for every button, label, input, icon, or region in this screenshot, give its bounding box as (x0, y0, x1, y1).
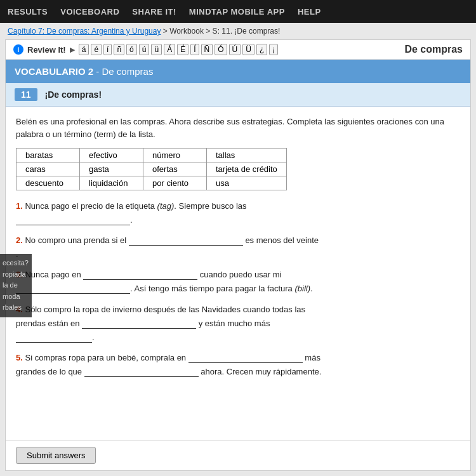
exercise-body: Belén es una profesional en las compras.… (6, 107, 470, 440)
sidebar-item-3: la de moda (3, 280, 29, 302)
main-wrapper: Capítulo 7: De compras: Argentina y Urug… (0, 23, 476, 476)
word-cell: por ciento (143, 176, 207, 190)
question-2: 2. No compro una prenda si el es menos d… (16, 234, 460, 261)
word-cell: baratas (17, 149, 80, 162)
q1-italic: (tag) (157, 201, 175, 211)
submit-bar: Submit answers (6, 440, 470, 470)
question-1: 1. Nunca pago el precio de la etiqueta (… (16, 199, 460, 227)
char-button[interactable]: é (91, 44, 102, 55)
submit-answers-button[interactable]: Submit answers (16, 447, 96, 464)
review-bar-left: i Review It! ▶ áéíñóúüÁÉÍÑÓÚÜ¿¡ (13, 44, 278, 55)
q3-input2[interactable] (16, 284, 130, 294)
char-button[interactable]: ó (126, 44, 137, 55)
char-button[interactable]: ¡ (269, 44, 278, 55)
q1-input[interactable] (16, 215, 130, 225)
char-button[interactable]: É (177, 44, 188, 55)
char-button[interactable]: ñ (114, 44, 124, 55)
q5-input2[interactable] (84, 367, 199, 377)
content-panel: i Review It! ▶ áéíñóúüÁÉÍÑÓÚÜ¿¡ De compr… (5, 39, 471, 471)
nav-mindtap[interactable]: MINDTAP MOBILE APP (189, 7, 285, 17)
play-button[interactable]: ▶ (70, 46, 75, 54)
review-it-label: Review It! (27, 45, 66, 55)
q2-input[interactable] (129, 235, 243, 246)
vocab-light: - De compras (93, 66, 153, 77)
sidebar-item-2: ropiada (3, 269, 29, 281)
nav-voiceboard[interactable]: VOICEBOARD (60, 7, 119, 17)
question-3: 3. Nunca pago en cuando puedo usar mi . … (16, 268, 460, 296)
nav-shareit[interactable]: SHARE IT! (132, 7, 176, 17)
char-button[interactable]: Ú (229, 44, 241, 55)
vocab-bold: VOCABULARIO 2 (15, 66, 93, 77)
sidebar-item-1: ecesita? (3, 258, 29, 269)
char-button[interactable]: ¿ (256, 44, 267, 55)
question-4: 4. Sólo compro la ropa de invierno despu… (16, 303, 460, 345)
q2-num: 2. (16, 235, 23, 245)
breadcrumb: Capítulo 7: De compras: Argentina y Urug… (0, 23, 476, 39)
word-cell: usa (207, 176, 287, 190)
question-5: 5. Si compras ropa para un bebé, compral… (16, 351, 460, 379)
top-navigation: RESULTS VOICEBOARD SHARE IT! MINDTAP MOB… (0, 0, 476, 23)
char-button[interactable]: ü (151, 44, 162, 55)
special-chars-bar: áéíñóúüÁÉÍÑÓÚÜ¿¡ (79, 44, 279, 55)
char-button[interactable]: Ó (215, 44, 227, 55)
q4-input1[interactable] (82, 319, 196, 329)
char-button[interactable]: í (103, 44, 112, 55)
q3-italic: (bill) (294, 284, 310, 293)
word-cell: gasta (80, 162, 143, 176)
char-button[interactable]: Ñ (201, 44, 213, 55)
sidebar-item-4: rbales (3, 302, 29, 314)
word-table: baratasefectivonúmerotallascarasgastaofe… (16, 148, 287, 190)
section-side-title: De compras (404, 44, 463, 55)
char-button[interactable]: Í (190, 44, 199, 55)
q1-num: 1. (16, 201, 23, 211)
q4-input2[interactable] (16, 333, 92, 343)
word-cell: tarjeta de crédito (207, 162, 287, 176)
word-cell: liquidación (80, 176, 143, 190)
left-sidebar: ecesita? ropiada la de moda rbales (0, 254, 32, 317)
info-icon: i (13, 44, 23, 55)
word-cell: descuento (17, 176, 80, 190)
word-cell: tallas (207, 149, 287, 162)
char-button[interactable]: Á (164, 44, 175, 55)
review-bar: i Review It! ▶ áéíñóúüÁÉÍÑÓÚÜ¿¡ De compr… (6, 40, 470, 60)
nav-help[interactable]: HELP (298, 7, 321, 17)
char-button[interactable]: Ü (242, 44, 255, 55)
breadcrumb-trail: > Workbook > S: 11. ¡De compras! (161, 27, 280, 36)
instructions-text: Belén es una profesional en las compras.… (16, 116, 460, 140)
word-cell: efectivo (80, 149, 143, 162)
q3-input1[interactable] (83, 270, 197, 280)
vocab-header: VOCABULARIO 2 - De compras (6, 60, 470, 83)
section-header: 11 ¡De compras! (6, 83, 470, 107)
q5-input1[interactable] (188, 353, 303, 363)
nav-results[interactable]: RESULTS (8, 7, 48, 17)
breadcrumb-link[interactable]: Capítulo 7: De compras: Argentina y Urug… (8, 27, 161, 36)
word-cell: caras (17, 162, 80, 176)
section-number: 11 (15, 88, 37, 101)
char-button[interactable]: ú (139, 44, 150, 55)
word-cell: número (143, 149, 207, 162)
q5-num: 5. (16, 353, 23, 362)
word-cell: ofertas (143, 162, 207, 176)
char-button[interactable]: á (79, 44, 89, 55)
section-title: ¡De compras! (45, 89, 102, 100)
